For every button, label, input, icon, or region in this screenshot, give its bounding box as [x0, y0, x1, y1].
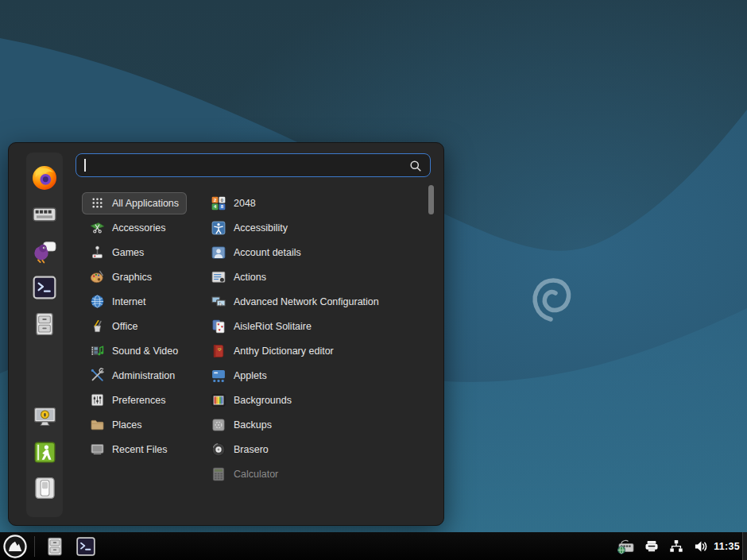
games-icon	[90, 245, 105, 260]
category-recent-files[interactable]: Recent Files	[82, 437, 175, 462]
printer-icon	[644, 539, 660, 554]
category-label: Games	[112, 247, 144, 258]
lock-screen-icon	[33, 404, 57, 429]
category-label: Recent Files	[112, 444, 167, 455]
category-preferences[interactable]: Preferences	[82, 388, 173, 412]
session-lock-screen-button[interactable]	[29, 400, 60, 432]
category-label: Preferences	[112, 395, 165, 406]
accessories-icon	[90, 220, 105, 235]
application-menu: All Applications Accessories Games Graph…	[8, 142, 444, 526]
app-applets[interactable]: Applets	[203, 363, 275, 388]
app-label: Applets	[234, 370, 267, 381]
category-administration[interactable]: Administration	[82, 363, 183, 388]
recent-files-icon	[90, 442, 105, 457]
brasero-icon	[211, 442, 226, 458]
tray-printer[interactable]	[644, 539, 660, 554]
calculator-icon	[211, 466, 226, 482]
category-label: Sound & Video	[112, 346, 178, 357]
app-2048[interactable]: 20482048	[203, 191, 264, 215]
taskbar: 11:35	[0, 532, 747, 560]
category-label: Internet	[112, 296, 145, 307]
app-label: Calculator	[234, 469, 278, 480]
category-office[interactable]: Office	[82, 314, 145, 338]
category-label: Administration	[112, 370, 175, 381]
favorite-pidgin[interactable]	[29, 235, 60, 267]
app-label: AisleRiot Solitaire	[234, 321, 312, 332]
accessibility-icon	[211, 220, 226, 236]
keyboard-globe-icon	[616, 537, 635, 556]
category-games[interactable]: Games	[82, 240, 152, 265]
category-sound-video[interactable]: Sound & Video	[82, 338, 186, 363]
network-hub-icon	[668, 539, 684, 554]
grid-icon	[90, 195, 105, 210]
tray-input-method[interactable]	[616, 537, 635, 556]
app-backups[interactable]: Backups	[203, 412, 280, 437]
app-label: Accessibility	[234, 222, 288, 234]
favorite-firefox[interactable]	[29, 162, 60, 194]
app-aisleriot-solitaire[interactable]: ♥♥♥AisleRiot Solitaire	[203, 314, 319, 338]
system-tray	[616, 537, 713, 556]
launcher-terminal[interactable]	[74, 535, 98, 558]
category-all-applications[interactable]: All Applications	[82, 192, 187, 214]
menu-logo-icon	[2, 534, 28, 559]
keyboard-icon	[32, 202, 57, 227]
power-switch-icon	[33, 476, 57, 500]
favorite-keyboard-app[interactable]	[29, 199, 60, 230]
app-label: Account details	[234, 247, 301, 258]
account-icon	[211, 245, 226, 261]
taskbar-clock[interactable]: 11:35	[714, 541, 740, 552]
session-log-out-button[interactable]	[29, 436, 60, 468]
terminal-icon	[32, 275, 57, 300]
game-2048-icon: 2048	[211, 195, 226, 211]
log-out-icon	[33, 440, 57, 465]
app-account-details[interactable]: Account details	[203, 240, 309, 265]
app-label: Anthy Dictionary editor	[234, 346, 334, 357]
internet-icon	[90, 294, 105, 309]
app-label: Backgrounds	[234, 395, 292, 406]
svg-text:♥: ♥	[219, 327, 221, 332]
category-label: Places	[112, 419, 142, 431]
actions-icon	[211, 269, 226, 285]
backups-icon	[211, 417, 226, 433]
tray-volume[interactable]	[693, 539, 709, 554]
svg-text:♥: ♥	[221, 324, 223, 329]
app-label: Backups	[234, 419, 272, 431]
favorite-file-manager[interactable]	[29, 308, 60, 340]
app-anthy-dictionary-editor[interactable]: RAnthy Dictionary editor	[203, 338, 342, 363]
application-list: 20482048 Accessibility Account details A…	[203, 191, 432, 486]
category-graphics[interactable]: Graphics	[82, 265, 160, 289]
category-label: Accessories	[112, 222, 165, 234]
pidgin-icon	[32, 238, 57, 264]
category-list: All Applications Accessories Games Graph…	[82, 191, 217, 462]
app-accessibility[interactable]: Accessibility	[203, 215, 296, 240]
app-brasero[interactable]: Brasero	[203, 437, 277, 462]
search-input[interactable]	[75, 153, 431, 177]
category-label: Office	[112, 321, 137, 332]
tray-network[interactable]	[668, 539, 684, 554]
desktop: All Applications Accessories Games Graph…	[0, 0, 747, 560]
category-places[interactable]: Places	[82, 412, 150, 437]
apps-scrollbar[interactable]	[428, 185, 434, 214]
category-accessories[interactable]: Accessories	[82, 215, 173, 240]
session-quit-button[interactable]	[29, 472, 60, 504]
app-calculator[interactable]: Calculator	[203, 462, 286, 486]
app-label: 2048	[234, 198, 256, 209]
app-label: Advanced Network Configuration	[234, 296, 379, 307]
category-label: All Applications	[112, 198, 179, 209]
sound-video-icon	[90, 343, 105, 358]
taskbar-separator	[34, 536, 35, 557]
administration-icon	[90, 368, 105, 383]
favorite-terminal[interactable]	[29, 272, 60, 303]
terminal-icon	[75, 536, 96, 557]
menu-button[interactable]	[2, 533, 28, 559]
category-label: Graphics	[112, 272, 152, 283]
app-advanced-network-configuration[interactable]: Advanced Network Configuration	[203, 289, 387, 314]
category-internet[interactable]: Internet	[82, 289, 153, 314]
app-actions[interactable]: Actions	[203, 265, 274, 289]
app-backgrounds[interactable]: Backgrounds	[203, 388, 300, 412]
launcher-file-manager[interactable]	[43, 535, 67, 558]
backgrounds-icon	[211, 392, 226, 408]
show-desktop-button[interactable]	[742, 532, 747, 560]
office-icon	[90, 319, 105, 334]
aisleriot-icon: ♥♥♥	[211, 319, 226, 334]
